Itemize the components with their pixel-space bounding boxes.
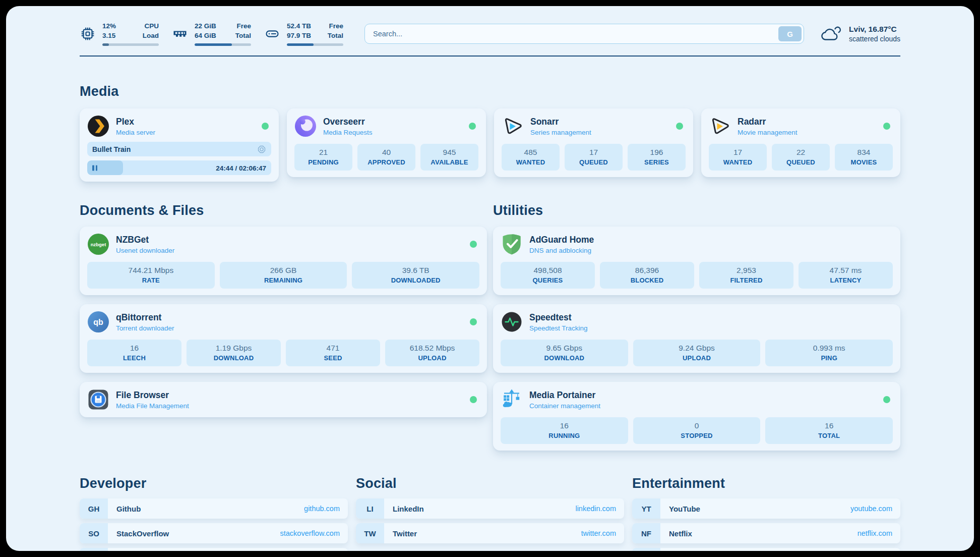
link-abbr: LI — [356, 498, 384, 519]
now-playing-row: Bullet Train — [87, 142, 271, 156]
card-sonarr[interactable]: Sonarr Series management 485WANTED 17QUE… — [494, 108, 693, 177]
adguard-icon — [501, 233, 523, 255]
card-title: AdGuard Home — [529, 235, 594, 245]
card-overseerr[interactable]: Overseerr Media Requests 21PENDING 40APP… — [287, 108, 486, 177]
disk-progress-bar — [287, 43, 343, 46]
link-abbr: NF — [632, 523, 660, 543]
card-filebrowser[interactable]: File Browser Media File Management — [80, 382, 487, 417]
disk-icon — [264, 26, 280, 42]
search-engine-button[interactable]: G — [778, 26, 802, 41]
stat-blocked: 86,396BLOCKED — [600, 262, 694, 289]
card-subtitle: Usenet downloader — [116, 247, 174, 254]
stat-download: 1.19 GbpsDOWNLOAD — [187, 340, 281, 366]
card-title: NZBGet — [116, 235, 174, 245]
stat-series: 196SERIES — [628, 144, 686, 171]
memory-stat-group: 22 GiB64 GiB FreeTotal — [172, 22, 251, 45]
card-subtitle: Container management — [529, 402, 600, 410]
stat-available: 945AVAILABLE — [420, 144, 478, 171]
card-adguard[interactable]: AdGuard Home DNS and adblocking 498,508Q… — [493, 227, 900, 295]
card-title: qBittorrent — [116, 312, 174, 323]
gear-icon[interactable] — [257, 145, 266, 154]
svg-text:qb: qb — [93, 318, 103, 326]
pause-icon[interactable] — [92, 165, 97, 171]
section-title-social: Social — [356, 476, 624, 491]
link-dev[interactable]: DT DEV dev.to — [80, 548, 348, 551]
stat-seed: 471SEED — [286, 340, 380, 366]
link-abbr: DT — [80, 548, 108, 551]
memory-labels: FreeTotal — [235, 22, 251, 40]
sonarr-icon — [502, 115, 524, 137]
memory-values: 22 GiB64 GiB — [195, 22, 216, 40]
developer-section: Developer GH Github github.com SO StackO… — [80, 476, 348, 551]
card-nzbget[interactable]: nzbget NZBGet Usenet downloader 744.21 M… — [80, 227, 487, 295]
link-reddit[interactable]: RE Reddit reddit.com — [632, 548, 900, 551]
card-title: File Browser — [116, 390, 189, 401]
section-title-utilities: Utilities — [493, 203, 900, 218]
dashboard-page: 12%3.15 CPULoad 22 GiB64 GiB FreeTotal — [6, 6, 974, 551]
documents-column: Documents & Files nzbget NZBGet Usenet d… — [80, 203, 487, 417]
search-input[interactable] — [364, 24, 804, 44]
card-title: Speedtest — [529, 312, 588, 323]
link-abbr: SO — [80, 523, 108, 543]
stat-pending: 21PENDING — [294, 144, 352, 171]
card-subtitle: Speedtest Tracking — [529, 324, 588, 332]
cpu-values: 12%3.15 — [102, 22, 116, 40]
nzbget-icon: nzbget — [87, 233, 109, 255]
link-netflix[interactable]: NF Netflix netflix.com — [632, 523, 900, 543]
cpu-icon — [80, 26, 96, 42]
card-subtitle: Series management — [530, 129, 591, 136]
top-bar: 12%3.15 CPULoad 22 GiB64 GiB FreeTotal — [80, 20, 900, 48]
weather-widget: Lviv, 16.87°C scattered clouds — [819, 24, 900, 44]
card-qbittorrent[interactable]: qb qBittorrent Torrent downloader 16LEEC… — [80, 304, 487, 373]
stat-latency: 47.57 msLATENCY — [799, 262, 893, 289]
section-title-developer: Developer — [80, 476, 348, 491]
link-twitter[interactable]: TW Twitter twitter.com — [356, 523, 624, 543]
stat-ping: 0.993 msPING — [765, 340, 893, 366]
link-github[interactable]: GH Github github.com — [80, 498, 348, 519]
playback-progress-bar[interactable]: 24:44 / 02:06:47 — [87, 160, 271, 175]
utilities-column: Utilities AdGuard Home DNS and adblockin… — [493, 203, 900, 451]
stat-download: 9.65 GbpsDOWNLOAD — [501, 340, 628, 366]
svg-text:nzbget: nzbget — [91, 242, 106, 247]
social-section: Social LI LinkedIn linkedin.com TW Twitt… — [356, 476, 624, 543]
status-dot — [470, 318, 477, 325]
card-plex[interactable]: Plex Media server Bullet Train 24:44 / 0… — [80, 108, 279, 182]
header-divider — [80, 55, 900, 57]
card-subtitle: Media File Management — [116, 402, 189, 410]
link-abbr: GH — [80, 498, 108, 519]
stat-filtered: 2,953FILTERED — [699, 262, 793, 289]
disk-values: 52.4 TB97.9 TB — [287, 22, 311, 40]
stat-upload: 618.52 MbpsUPLOAD — [385, 340, 479, 366]
disk-stat-group: 52.4 TB97.9 TB FreeTotal — [264, 22, 343, 45]
status-dot — [883, 123, 890, 130]
stat-wanted: 485WANTED — [502, 144, 560, 171]
link-abbr: TW — [356, 523, 384, 543]
status-dot — [470, 241, 477, 248]
link-abbr: YT — [632, 498, 660, 519]
card-portainer[interactable]: Media Portainer Container management 16R… — [493, 382, 900, 451]
portainer-icon — [501, 388, 523, 411]
card-subtitle: Media server — [116, 129, 155, 136]
link-linkedin[interactable]: LI LinkedIn linkedin.com — [356, 498, 624, 519]
status-dot — [262, 123, 269, 130]
link-stackoverflow[interactable]: SO StackOverflow stackoverflow.com — [80, 523, 348, 543]
stat-total: 16TOTAL — [765, 417, 893, 444]
overseerr-icon — [294, 115, 317, 137]
plex-icon — [87, 115, 109, 137]
card-speedtest[interactable]: Speedtest Speedtest Tracking 9.65 GbpsDO… — [493, 304, 900, 373]
stat-rate: 744.21 MbpsRATE — [87, 262, 215, 289]
search-bar: G — [364, 24, 804, 44]
stat-movies: 834MOVIES — [835, 144, 893, 171]
card-radarr[interactable]: Radarr Movie management 17WANTED 22QUEUE… — [701, 108, 900, 177]
cpu-progress-bar — [102, 43, 159, 46]
status-dot — [469, 123, 476, 130]
card-subtitle: Torrent downloader — [116, 324, 174, 332]
stat-queued: 17QUEUED — [565, 144, 623, 171]
filebrowser-icon — [87, 388, 109, 411]
link-youtube[interactable]: YT YouTube youtube.com — [632, 498, 900, 519]
stat-stopped: 0STOPPED — [633, 417, 761, 444]
status-dot — [470, 396, 477, 403]
memory-progress-bar — [195, 43, 251, 46]
weather-condition: scattered clouds — [849, 35, 900, 43]
stat-leech: 16LEECH — [87, 340, 181, 366]
